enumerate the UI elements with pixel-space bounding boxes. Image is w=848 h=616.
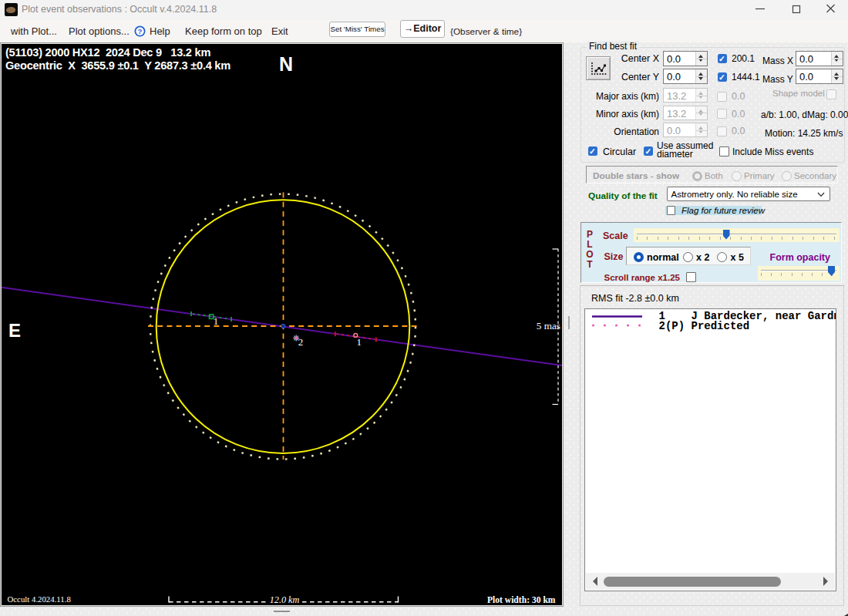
svg-text:Geocentric X 3655.9 ±0.1 Y: Geocentric X 3655.9 ±0.1 Y 2687.3 ±0.4 k… — [5, 59, 231, 72]
svg-text:Plot width: 30 km: Plot width: 30 km — [487, 595, 556, 605]
svg-text:N: N — [279, 53, 293, 75]
svg-text:Occult 4.2024.11.8: Occult 4.2024.11.8 — [8, 594, 71, 604]
svg-text:1: 1 — [357, 336, 362, 348]
svg-text:5 mas: 5 mas — [537, 320, 560, 332]
svg-text:1: 1 — [214, 315, 219, 327]
svg-text:?: ? — [138, 27, 143, 35]
svg-text:(51103) 2000 HX12 2024 Dec 9: (51103) 2000 HX12 2024 Dec 9 13.2 km — [5, 46, 210, 59]
svg-text:E: E — [8, 320, 21, 341]
svg-text:2: 2 — [298, 336, 304, 348]
svg-text:12.0 km: 12.0 km — [270, 594, 300, 605]
